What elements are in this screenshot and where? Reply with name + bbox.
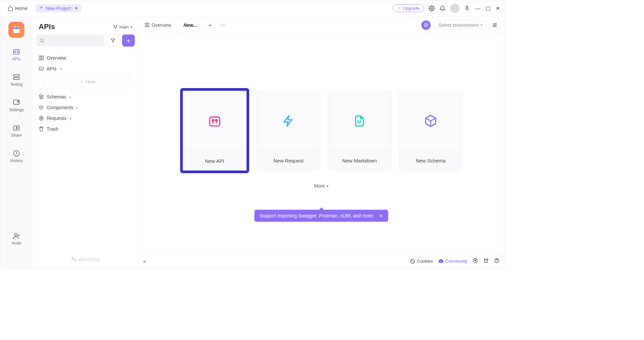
more-button[interactable]: More ▾ — [139, 183, 504, 189]
tree-label: Overview — [47, 55, 66, 61]
requests-icon — [39, 116, 44, 121]
chevron-right-icon: ▸ — [69, 95, 71, 99]
svg-point-26 — [424, 23, 428, 27]
close-icon[interactable]: ✕ — [379, 213, 383, 218]
tree-requests[interactable]: Requests ▸ — [35, 113, 136, 124]
svg-point-6 — [15, 52, 16, 53]
window-close[interactable]: ✕ — [496, 5, 500, 11]
cookies-link[interactable]: Cookies — [410, 259, 433, 264]
filter-button[interactable] — [107, 35, 119, 47]
add-button[interactable]: ＋ — [122, 35, 135, 47]
rail-item-label: Settings — [9, 108, 23, 112]
svg-point-18 — [40, 39, 43, 42]
card-label: New Schema — [399, 151, 462, 170]
tree-apis[interactable]: 96 APIs ▾ — [35, 63, 136, 74]
tab-new[interactable]: New... — [177, 16, 203, 33]
svg-rect-20 — [42, 56, 43, 60]
magic-icon — [397, 6, 401, 11]
run-button[interactable] — [421, 20, 431, 30]
tree-components[interactable]: Components ▸ — [35, 102, 136, 113]
community-link[interactable]: Community — [438, 259, 467, 264]
sidebar: APIs main ▾ ＋ Overview 96 APIs — [33, 16, 139, 268]
upgrade-label: Upgrade — [403, 6, 420, 11]
footer-label: Community — [445, 259, 467, 264]
card-new-markdown[interactable]: M New Markdown — [328, 91, 391, 171]
rail-item-settings[interactable]: Settings — [5, 97, 28, 114]
testing-icon — [13, 73, 20, 81]
tree-label: Schemas — [47, 94, 66, 99]
tab-overview[interactable]: Overview — [139, 16, 177, 33]
upload-icon[interactable] — [473, 258, 478, 265]
cookie-icon — [410, 259, 415, 264]
tab-more-button[interactable]: ⋯ — [217, 22, 229, 28]
chevron-down-icon: ▾ — [60, 67, 62, 71]
share-icon — [13, 124, 20, 132]
home-label: Home — [15, 6, 28, 11]
gear-icon[interactable] — [429, 5, 435, 11]
rail-item-label: Share — [11, 133, 22, 138]
pin-icon[interactable] — [464, 5, 470, 11]
branch-selector[interactable]: main ▾ — [113, 24, 132, 29]
titlebar: Home New Project ✕ Upgrade — ▢ ✕ — [0, 0, 504, 16]
window-minimize[interactable]: — — [475, 5, 480, 11]
panel-menu-button[interactable] — [489, 20, 500, 30]
tree-label: APIs — [47, 66, 57, 71]
card-label: New Request — [257, 151, 320, 170]
avatar[interactable] — [450, 4, 460, 13]
invite-icon — [13, 232, 20, 240]
window-maximize[interactable]: ▢ — [486, 5, 490, 11]
home-button[interactable]: Home — [4, 4, 31, 12]
tree-trash[interactable]: Trash — [35, 124, 136, 134]
apis-icon — [13, 48, 20, 55]
svg-rect-4 — [18, 26, 18, 28]
content: Overview New... ＋ ⋯ Select environment ▾ — [139, 16, 504, 268]
menu-icon — [492, 22, 497, 28]
svg-point-15 — [114, 25, 114, 26]
new-placeholder-button[interactable]: ＋ New — [44, 75, 130, 88]
tab-label: Overview — [152, 22, 171, 28]
shirt-icon[interactable] — [483, 258, 489, 265]
filter-icon — [110, 38, 116, 43]
card-new-api[interactable]: New API — [180, 88, 249, 173]
tree-label: Requests — [47, 116, 66, 121]
tree-label: Trash — [47, 126, 58, 132]
layout-icon — [39, 55, 44, 61]
collapse-sidebar-button[interactable]: « — [143, 258, 146, 264]
rail-item-testing[interactable]: Testing — [5, 71, 28, 89]
sparkle-icon — [39, 6, 44, 11]
workspace-tabs: Overview New... ＋ ⋯ Select environment ▾ — [139, 16, 504, 34]
rail-item-history[interactable]: History — [5, 148, 28, 165]
card-label: New Markdown — [328, 151, 391, 170]
svg-rect-24 — [145, 23, 147, 27]
bolt-icon — [282, 114, 295, 128]
chevron-down-icon: ▾ — [130, 25, 132, 29]
rail-item-apis[interactable]: APIs — [5, 46, 28, 63]
rail-item-invite[interactable]: Invite — [5, 230, 28, 248]
add-tab-button[interactable]: ＋ — [203, 21, 217, 29]
upgrade-button[interactable]: Upgrade — [392, 4, 424, 12]
app-logo[interactable] — [8, 22, 24, 38]
layout-icon — [145, 22, 150, 27]
rail-item-share[interactable]: Share — [5, 122, 28, 140]
svg-point-29 — [215, 120, 217, 121]
search-input[interactable] — [36, 35, 104, 47]
tree-overview[interactable]: Overview — [35, 53, 136, 63]
brand-icon — [70, 256, 76, 262]
new-placeholder-label: New — [86, 79, 95, 84]
svg-point-32 — [412, 261, 412, 261]
svg-point-0 — [431, 7, 433, 9]
svg-rect-8 — [14, 75, 19, 77]
bell-icon[interactable] — [439, 5, 445, 11]
tree-schemas[interactable]: Schemas ▸ — [35, 91, 136, 102]
card-new-schema[interactable]: New Schema — [399, 91, 463, 171]
brand-footer: APIDOG — [33, 251, 138, 268]
project-tab[interactable]: New Project ✕ — [36, 4, 81, 12]
chevron-down-icon: ▾ — [481, 23, 482, 27]
environment-selector[interactable]: Select environment ▾ — [434, 20, 487, 30]
help-icon[interactable] — [494, 258, 499, 265]
home-icon — [8, 6, 13, 11]
card-new-request[interactable]: New Request — [257, 91, 320, 171]
close-icon[interactable]: ✕ — [74, 6, 78, 11]
rail-item-label: APIs — [12, 57, 20, 61]
svg-point-33 — [413, 261, 413, 262]
